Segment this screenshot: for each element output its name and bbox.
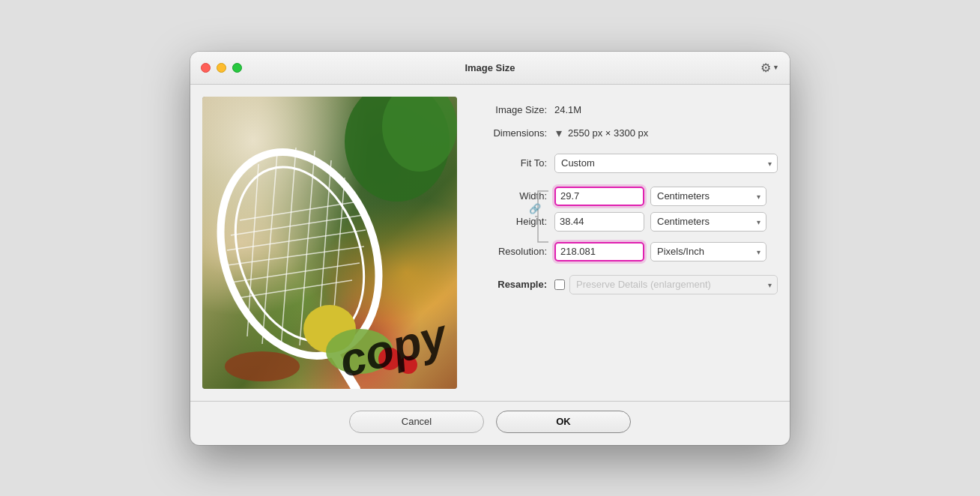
dialog-body: copy Image Size: 24.1M Dimensions: ▾ 255… xyxy=(190,85,790,401)
dimensions-label: Dimensions: xyxy=(472,127,554,139)
dimensions-value: 2550 px × 3300 px xyxy=(568,127,648,139)
resample-checkbox[interactable] xyxy=(554,279,565,290)
height-input[interactable] xyxy=(554,212,644,232)
image-size-label: Image Size: xyxy=(472,104,554,115)
height-input-wrap xyxy=(554,212,644,232)
maximize-button[interactable] xyxy=(232,63,242,73)
preview-overlay: copy xyxy=(202,97,457,389)
close-button[interactable] xyxy=(201,63,211,73)
dimensions-dropdown-button[interactable]: ▾ xyxy=(554,124,563,142)
width-unit-wrap: Centimeters Pixels Inches Millimeters Po… xyxy=(650,187,766,206)
image-preview: copy xyxy=(202,97,457,389)
resolution-label: Resolution: xyxy=(472,246,554,257)
link-icon: 🔗 xyxy=(529,202,541,214)
resample-method-select[interactable]: Preserve Details (enlargement) Automatic… xyxy=(569,275,778,294)
svg-line-6 xyxy=(231,263,360,282)
resample-select-wrap: Preserve Details (enlargement) Automatic… xyxy=(569,275,778,294)
resample-row: Resample: Preserve Details (enlargement)… xyxy=(472,275,778,294)
resolution-row: Resolution: Pixels/Inch Pixels/Centimete… xyxy=(472,242,778,261)
gear-icon: ⚙ xyxy=(760,61,771,75)
image-size-value: 24.1M xyxy=(554,104,581,115)
gear-dropdown-arrow: ▼ xyxy=(772,64,779,71)
right-panel: Image Size: 24.1M Dimensions: ▾ 2550 px … xyxy=(472,97,778,389)
resolution-unit-wrap: Pixels/Inch Pixels/Centimeter ▾ xyxy=(650,242,766,261)
image-size-dialog: Image Size ⚙ ▼ xyxy=(190,52,790,445)
buttons-row: Cancel OK xyxy=(190,402,790,445)
dimensions-row: Dimensions: ▾ 2550 px × 3300 px xyxy=(472,124,778,142)
dialog-title: Image Size xyxy=(465,62,515,73)
preview-canvas: copy xyxy=(202,97,457,389)
resample-label: Resample: xyxy=(472,279,554,290)
height-unit-wrap: Centimeters Pixels Inches Millimeters Po… xyxy=(650,212,766,232)
gear-button[interactable]: ⚙ ▼ xyxy=(760,61,779,75)
svg-line-13 xyxy=(333,178,345,318)
link-bracket-svg xyxy=(533,191,550,242)
svg-line-10 xyxy=(281,148,296,348)
width-input-wrap xyxy=(554,187,644,206)
svg-line-2 xyxy=(240,202,358,220)
height-unit-select[interactable]: Centimeters Pixels Inches Millimeters Po… xyxy=(650,212,766,232)
image-size-row: Image Size: 24.1M xyxy=(472,104,778,115)
svg-line-5 xyxy=(227,247,364,265)
minimize-button[interactable] xyxy=(217,63,226,73)
fit-to-select-wrapper: Custom US Paper (8.5 x 11 in) A4 (210 x … xyxy=(554,154,778,173)
width-row: Width: Centimeters Pixels Inches Millime… xyxy=(472,187,778,206)
svg-line-9 xyxy=(262,153,277,344)
ok-button[interactable]: OK xyxy=(496,411,631,433)
width-input[interactable] xyxy=(554,187,644,206)
resolution-input[interactable] xyxy=(554,242,644,261)
dimensions-dropdown-icon: ▾ xyxy=(556,127,562,139)
svg-line-8 xyxy=(247,164,258,336)
height-row: Height: Centimeters Pixels Inches Millim… xyxy=(472,212,778,232)
resolution-input-wrap xyxy=(554,242,644,261)
cancel-button[interactable]: Cancel xyxy=(349,411,484,433)
fields-container: 🔗 Width: Centimeters Pixels Inches Milli… xyxy=(472,187,778,238)
svg-point-22 xyxy=(225,351,300,381)
title-bar: Image Size ⚙ ▼ xyxy=(190,52,790,85)
fit-to-label: Fit To: xyxy=(472,157,554,169)
fit-to-row: Fit To: Custom US Paper (8.5 x 11 in) A4… xyxy=(472,154,778,173)
resolution-unit-select[interactable]: Pixels/Inch Pixels/Centimeter xyxy=(650,242,766,261)
width-unit-select[interactable]: Centimeters Pixels Inches Millimeters Po… xyxy=(650,187,766,206)
fit-to-select[interactable]: Custom US Paper (8.5 x 11 in) A4 (210 x … xyxy=(554,154,778,173)
traffic-lights xyxy=(201,63,242,73)
